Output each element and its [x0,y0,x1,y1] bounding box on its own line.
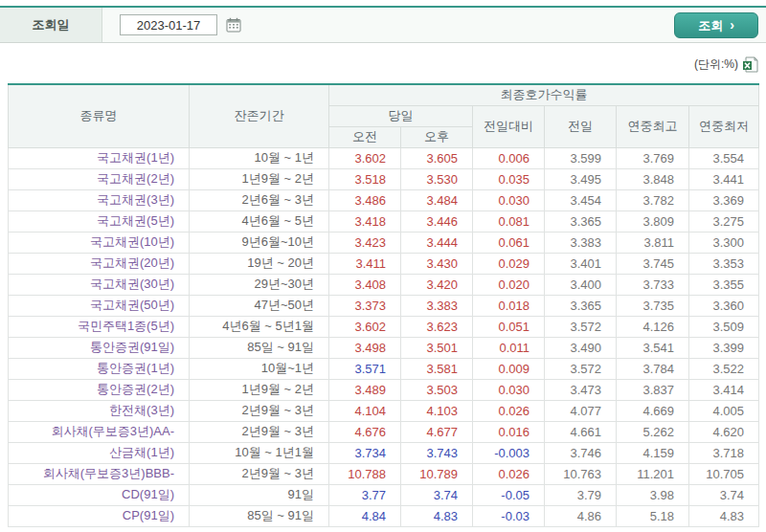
search-button[interactable]: 조회 › [674,12,758,38]
bond-name-cell: 국고채권(3년) [9,189,190,211]
period-cell: 2년9월 ~ 3년 [190,400,329,421]
year-low-cell: 4.005 [689,400,759,421]
diff-cell: 0.035 [473,168,545,189]
bond-name-cell: 회사채(무보증3년)BBB- [9,463,190,484]
year-low-cell: 10.705 [689,463,759,484]
year-high-cell: 4.669 [617,400,689,421]
calendar-icon[interactable] [226,17,241,33]
bond-name-cell: CP(91일) [9,505,190,526]
col-header-today: 당일 [329,105,473,126]
col-header-am: 오전 [329,126,401,147]
year-high-cell: 3.98 [617,484,689,505]
diff-cell: -0.03 [473,505,545,526]
prev-yield-cell: 10.763 [545,463,617,484]
col-header-period: 잔존기간 [190,84,329,147]
table-row: 국고채권(2년)1년9월 ~ 2년3.5183.5300.0353.4953.8… [9,168,759,189]
year-low-cell: 3.275 [689,211,759,232]
am-yield-cell: 3.373 [329,295,401,316]
year-high-cell: 5.262 [617,421,689,442]
year-high-cell: 3.782 [617,189,689,211]
year-low-cell: 3.554 [689,147,759,168]
pm-yield-cell: 3.74 [401,484,473,505]
prev-yield-cell: 3.454 [545,189,617,211]
pm-yield-cell: 3.501 [401,337,473,358]
period-cell: 85일 ~ 91일 [190,337,329,358]
table-body: 국고채권(1년)10월 ~ 1년3.6023.6050.0063.5993.76… [9,147,759,526]
table-row: 통안증권(2년)1년9월 ~ 2년3.4893.5030.0303.4733.8… [9,379,759,400]
period-cell: 1년9월 ~ 2년 [190,379,329,400]
diff-cell: 0.030 [473,189,545,211]
pm-yield-cell: 3.623 [401,316,473,337]
table-row: 통안증권(91일)85일 ~ 91일3.4983.5010.0113.4903.… [9,337,759,358]
am-yield-cell: 3.408 [329,274,401,295]
year-low-cell: 3.360 [689,295,759,316]
diff-cell: 0.006 [473,147,545,168]
am-yield-cell: 3.602 [329,147,401,168]
period-cell: 4년6월 ~ 5년 [190,211,329,232]
period-cell: 85일 ~ 91일 [190,505,329,526]
diff-cell: 0.018 [473,295,545,316]
table-row: 국고채권(10년)9년6월~10년3.4233.4440.0613.3833.8… [9,232,759,253]
bond-name-cell: 국고채권(1년) [9,147,190,168]
table-meta-row: (단위:%) [0,55,766,74]
pm-yield-cell: 4.677 [401,421,473,442]
bond-name-cell: 통안증권(1년) [9,358,190,379]
period-cell: 2년9월 ~ 3년 [190,421,329,442]
am-yield-cell: 3.418 [329,211,401,232]
year-low-cell: 3.355 [689,274,759,295]
chevron-right-icon: › [730,17,734,33]
year-high-cell: 3.733 [617,274,689,295]
pm-yield-cell: 4.103 [401,400,473,421]
am-yield-cell: 3.498 [329,337,401,358]
bond-name-cell: CD(91일) [9,484,190,505]
excel-export-icon[interactable] [742,56,758,73]
diff-cell: 0.011 [473,337,545,358]
diff-cell: 0.061 [473,232,545,253]
year-low-cell: 4.620 [689,421,759,442]
prev-yield-cell: 3.400 [545,274,617,295]
am-yield-cell: 3.571 [329,358,401,379]
pm-yield-cell: 3.430 [401,253,473,274]
table-row: 국고채권(1년)10월 ~ 1년3.6023.6050.0063.5993.76… [9,147,759,168]
bond-name-cell: 국고채권(30년) [9,274,190,295]
year-high-cell: 3.769 [617,147,689,168]
pm-yield-cell: 4.83 [401,505,473,526]
table-row: 통안증권(1년)10월~1년3.5713.5810.0093.5723.7843… [9,358,759,379]
year-high-cell: 3.811 [617,232,689,253]
prev-yield-cell: 3.365 [545,211,617,232]
bond-name-cell: 한전채(3년) [9,400,190,421]
period-cell: 10월 ~ 1년 [190,147,329,168]
prev-yield-cell: 3.473 [545,379,617,400]
am-yield-cell: 3.411 [329,253,401,274]
date-input[interactable] [120,14,217,35]
am-yield-cell: 3.423 [329,232,401,253]
diff-cell: 0.026 [473,400,545,421]
year-low-cell: 3.74 [689,484,759,505]
prev-yield-cell: 3.365 [545,295,617,316]
am-yield-cell: 4.84 [329,505,401,526]
year-high-cell: 4.126 [617,316,689,337]
am-yield-cell: 3.489 [329,379,401,400]
year-high-cell: 4.159 [617,442,689,463]
pm-yield-cell: 3.383 [401,295,473,316]
year-low-cell: 4.83 [689,505,759,526]
prev-yield-cell: 3.79 [545,484,617,505]
pm-yield-cell: 10.789 [401,463,473,484]
date-label-text: 조회일 [33,16,70,33]
diff-cell: -0.05 [473,484,545,505]
pm-yield-cell: 3.503 [401,379,473,400]
year-low-cell: 3.353 [689,253,759,274]
year-high-cell: 11.201 [617,463,689,484]
table-row: 국민주택1종(5년)4년6월 ~ 5년1월3.6023.6230.0513.57… [9,316,759,337]
table-row: 국고채권(3년)2년6월 ~ 3년3.4863.4840.0303.4543.7… [9,189,759,211]
pm-yield-cell: 3.605 [401,147,473,168]
diff-cell: 0.009 [473,358,545,379]
am-yield-cell: 4.104 [329,400,401,421]
pm-yield-cell: 3.446 [401,211,473,232]
table-row: 국고채권(50년)47년~50년3.3733.3830.0183.3653.73… [9,295,759,316]
diff-cell: 0.081 [473,211,545,232]
pm-yield-cell: 3.530 [401,168,473,189]
date-input-area [120,14,241,35]
pm-yield-cell: 3.743 [401,442,473,463]
period-cell: 1년9월 ~ 2년 [190,168,329,189]
